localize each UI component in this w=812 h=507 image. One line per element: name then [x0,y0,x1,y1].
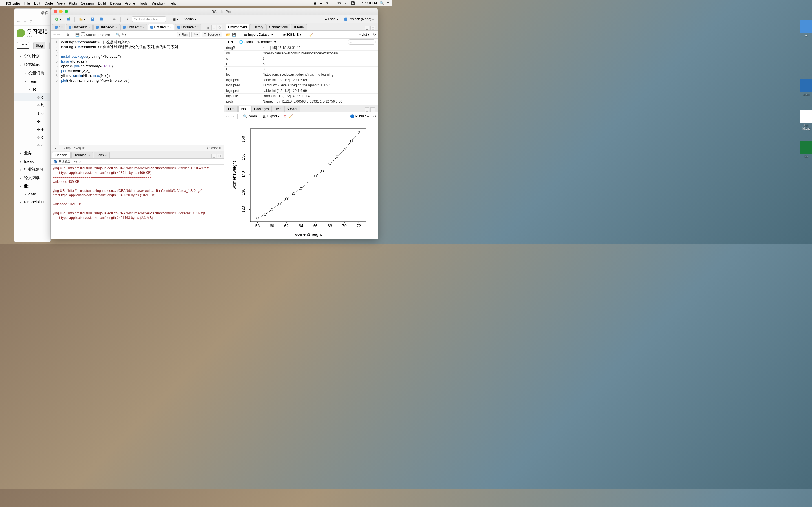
menu-icon[interactable]: ≡ [387,1,389,5]
minimize-pane-icon[interactable]: ▁ [365,107,369,112]
env-row[interactable]: mytable'xtabs' int [1:2, 1:2] 32 27 11 1… [224,94,377,99]
clock-icon[interactable]: ↻ [325,1,328,5]
menu-file[interactable]: File [24,1,30,5]
tree-item[interactable]: ▸业务 [14,149,50,158]
tree-item[interactable]: ▸行业视角分 [14,165,50,174]
menu-tools[interactable]: Tools [139,1,147,5]
new-file-button[interactable]: ▾ [53,16,63,22]
menu-help[interactable]: Help [168,1,176,5]
clear-env-icon[interactable]: 🧹 [309,33,313,37]
menubar-clock[interactable]: Sun 7:20 PM [357,1,377,5]
tab-plots[interactable]: Plots [238,106,251,112]
refresh-plot-icon[interactable]: ↻ [373,114,376,118]
source-tab[interactable]: Untitled6*× [148,24,174,31]
fwd-icon[interactable]: ⇨ [57,33,60,37]
remove-plot-icon[interactable]: ⊘ [284,114,287,118]
tab-tutorial[interactable]: Tutorial [291,24,307,31]
spotlight-icon[interactable]: 🔍 [380,1,384,5]
refresh-env-icon[interactable]: ↻ [373,33,376,37]
tree-item[interactable]: ▾R [14,86,50,93]
menu-session[interactable]: Session [81,1,94,5]
tab-history[interactable]: History [250,24,266,31]
prev-plot-icon[interactable]: ⇦ [226,114,229,118]
tab-jobs[interactable]: Jobs × [94,152,110,158]
menu-plots[interactable]: Plots [69,1,77,5]
menu-profile[interactable]: Profile [125,1,135,5]
maximize-pane-icon[interactable]: ▢ [217,154,222,158]
local-indicator[interactable]: ☁ Local ▾ [322,16,341,22]
popout-icon[interactable]: ⇗ [79,160,82,164]
maximize-pane-icon[interactable]: ▢ [370,107,375,112]
minimize-pane-icon[interactable]: ▁ [211,154,216,158]
open-file-button[interactable]: ▾ [77,16,87,22]
source-tab[interactable]: Untitled5*× [120,24,147,31]
tab-terminal[interactable]: Terminal × [71,152,93,158]
source-button[interactable]: ↧Source ▾ [202,32,222,38]
source-tab[interactable]: *× [52,24,65,31]
zoom-icon[interactable] [64,10,68,13]
tab-help[interactable]: Help [272,106,284,112]
env-row[interactable]: e6 [224,56,377,61]
notes-tab-stag[interactable]: Stag [33,42,45,49]
grid-button[interactable]: ▦ ▾ [170,16,180,22]
env-scope-button[interactable]: 🌐 Global Environment ▾ [237,39,278,45]
env-row[interactable]: logit.pref'table' int [1:2, 1:2] 129 1 6… [224,88,377,94]
tree-item[interactable]: R-约 [14,101,50,110]
minimize-icon[interactable] [59,10,63,13]
tree-item[interactable]: R-le [14,141,50,149]
tab-connections[interactable]: Connections [266,24,290,31]
print-button[interactable] [110,16,118,22]
source-tab[interactable]: Untitled4*× [93,24,120,31]
nav-reload-icon[interactable]: ⟳ [30,19,33,23]
save-workspace-icon[interactable]: 💾 [232,33,236,37]
env-row[interactable]: i0 [224,67,377,72]
wifi-icon[interactable]: ⌇ [331,1,333,5]
new-project-button[interactable] [64,16,72,22]
close-icon[interactable] [54,10,57,13]
source-tab[interactable]: Untitled3*× [66,24,93,31]
tab-console[interactable]: Console [52,152,71,158]
env-row[interactable]: f6 [224,61,377,67]
menu-edit[interactable]: Edit [34,1,40,5]
tree-item[interactable]: ▾Learn [14,77,50,86]
env-row[interactable]: drugBnum [1:5] 15 18 23 31 40 [224,45,377,51]
tree-item[interactable]: R-le [14,93,50,101]
tab-overflow-icon[interactable]: » [206,25,210,31]
menu-debug[interactable]: Debug [110,1,121,5]
app-name[interactable]: RStudio [6,1,20,5]
minimize-pane-icon[interactable]: ▁ [211,25,216,31]
save-all-button[interactable] [98,16,105,22]
tab-viewer[interactable]: Viewer [285,106,300,112]
scope-selector[interactable]: (Top Level) ⇵ [64,146,85,150]
record-icon[interactable]: ◉ [313,1,316,5]
input-source-icon[interactable]: A [351,1,355,5]
back-icon[interactable]: ⇦ [53,33,56,37]
show-doc-icon[interactable]: 🗎 [66,33,69,37]
tree-item[interactable]: R-le [14,133,50,141]
nav-back-icon[interactable]: ← [17,19,20,23]
maximize-pane-icon[interactable]: ▢ [370,25,375,31]
tree-item[interactable]: ▾读书笔记 [14,61,50,69]
save-button[interactable] [89,16,96,22]
goto-file-input[interactable]: Go to file/function [132,16,166,22]
env-row[interactable]: logit.predFactor w/ 2 levels "begin","ma… [224,83,377,88]
run-button[interactable]: ▸Run [177,32,190,38]
tree-item[interactable]: ▸Financial D [14,198,50,206]
memory-indicator[interactable]: ◉ 308 MiB ▾ [281,32,303,38]
env-row[interactable]: ds"breast-cancer-wisconsin/breast-cancer… [224,51,377,56]
zoom-button[interactable]: 🔍 Zoom [241,113,259,119]
source-tab[interactable]: Untitled7*× [175,24,201,31]
wand-icon[interactable]: ✎▾ [122,33,126,37]
env-row[interactable]: loc"https://archive.ics.uci.edu/ml/machi… [224,72,377,77]
tab-packages[interactable]: Packages [252,106,271,112]
tab-environment[interactable]: Environment [225,24,250,31]
publish-button[interactable]: 🔵 Publish ▾ [348,113,371,119]
tree-item[interactable]: ▸论文阅读 [14,174,50,182]
source-on-save-checkbox[interactable]: Source on Save [81,33,110,37]
nav-fwd-icon[interactable]: → [23,19,27,23]
menu-code[interactable]: Code [44,1,53,5]
tree-item[interactable]: ▸data [14,190,50,198]
menu-view[interactable]: View [57,1,65,5]
tree-item[interactable]: ▸Ideas [14,158,50,165]
menu-window[interactable]: Window [152,1,165,5]
